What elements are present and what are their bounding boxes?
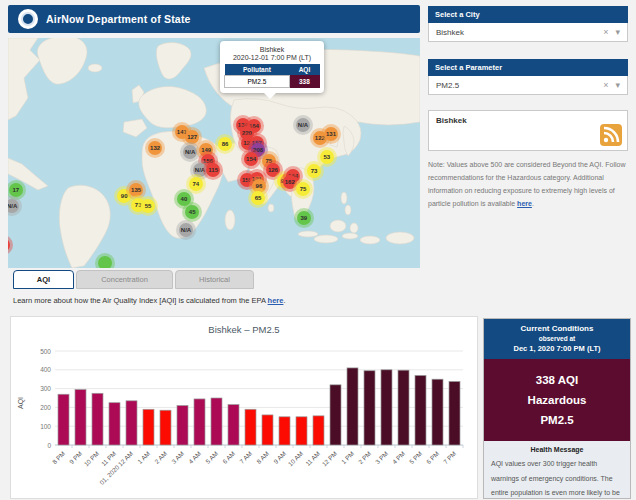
- city-clear-icon[interactable]: ×: [603, 27, 608, 37]
- y-axis-tick-label: 300: [40, 385, 51, 392]
- map-marker[interactable]: 53: [320, 150, 334, 164]
- city-caret-down-icon[interactable]: ▾: [615, 27, 620, 37]
- x-axis-tick-label: 6 AM: [221, 450, 236, 465]
- chart-bar[interactable]: [347, 368, 358, 445]
- chart-bar[interactable]: [228, 405, 239, 445]
- tab-historical[interactable]: Historical: [175, 270, 254, 289]
- map-marker[interactable]: 74: [189, 177, 203, 191]
- parameter-clear-icon[interactable]: ×: [603, 80, 608, 90]
- learn-more-period: .: [283, 296, 285, 305]
- cc-category: Hazardous: [486, 390, 628, 410]
- chart-bar[interactable]: [109, 403, 120, 445]
- chart-bar[interactable]: [143, 409, 154, 445]
- y-axis-tick-label: 0: [47, 442, 51, 449]
- feed-panel: Bishkek: [428, 110, 628, 151]
- airnow-page: AirNow Department of State: [0, 0, 636, 500]
- map-marker-na[interactable]: N/A: [193, 163, 207, 177]
- header-bar: AirNow Department of State: [8, 5, 420, 33]
- select-parameter-panel: Select a Parameter PM2.5 × ▾: [428, 59, 628, 95]
- chart-bar[interactable]: [313, 416, 324, 445]
- note-link[interactable]: here: [517, 200, 532, 207]
- chart-bar[interactable]: [126, 401, 137, 445]
- x-axis-tick-label: 9 AM: [272, 450, 287, 465]
- map-marker[interactable]: 131: [324, 127, 338, 141]
- y-axis-tick-label: 500: [40, 348, 51, 355]
- chart-bar[interactable]: [381, 370, 392, 445]
- popup-col-pollutant: Pollutant: [225, 64, 290, 76]
- x-axis-tick-label: 1 AM: [136, 450, 151, 465]
- x-axis-tick-label: 6 PM: [425, 450, 440, 465]
- cc-health-block: Health Message AQI values over 300 trigg…: [484, 441, 630, 500]
- map-marker[interactable]: 127: [185, 130, 199, 144]
- popup-table: Pollutant AQI PM2.5 338: [224, 64, 320, 88]
- tab-bar: AQI Concentration Historical: [13, 270, 254, 289]
- chart-bar[interactable]: [415, 375, 426, 445]
- popup-pointer-icon: [264, 93, 276, 105]
- cc-aqi-value: 338 AQI: [486, 370, 628, 390]
- map-marker-na[interactable]: N/A: [296, 118, 310, 132]
- map-marker[interactable]: 17: [9, 183, 23, 197]
- chart-bar[interactable]: [279, 417, 290, 445]
- current-conditions-panel: Current Conditions observed at Dec 1, 20…: [483, 318, 631, 499]
- chart-bar[interactable]: [449, 381, 460, 445]
- chart-bar[interactable]: [177, 406, 188, 445]
- city-select[interactable]: Bishkek × ▾: [428, 23, 628, 42]
- map-marker[interactable]: [98, 256, 112, 268]
- chart-bar[interactable]: [245, 409, 256, 445]
- health-message-title: Health Message: [491, 446, 623, 453]
- parameter-caret-down-icon[interactable]: ▾: [615, 80, 620, 90]
- city-select-value: Bishkek: [436, 28, 596, 37]
- map-marker-na[interactable]: N/A: [179, 223, 193, 237]
- x-axis-tick-label: 4 AM: [187, 450, 202, 465]
- chart-bar[interactable]: [330, 385, 341, 445]
- aqi-note: Note: Values above 500 are considered Be…: [428, 158, 628, 210]
- chart-bar[interactable]: [160, 410, 171, 445]
- select-city-panel: Select a City Bishkek × ▾: [428, 6, 628, 42]
- tab-concentration[interactable]: Concentration: [76, 270, 173, 289]
- chart-bar[interactable]: [432, 379, 443, 445]
- chart-bar[interactable]: [262, 415, 273, 445]
- map-marker[interactable]: 55: [141, 199, 155, 213]
- chart-bar[interactable]: [211, 398, 222, 445]
- map-marker[interactable]: 154: [244, 152, 258, 166]
- map-marker[interactable]: 75: [296, 182, 310, 196]
- x-axis-tick-label: 3 AM: [170, 450, 185, 465]
- select-parameter-header: Select a Parameter: [428, 59, 628, 76]
- map-marker[interactable]: 39: [297, 211, 311, 225]
- map-marker[interactable]: 73: [307, 164, 321, 178]
- tab-aqi[interactable]: AQI: [13, 270, 74, 289]
- app-title: AirNow Department of State: [46, 13, 191, 25]
- learn-more-text: Learn more about how the Air Quality Ind…: [13, 296, 286, 305]
- learn-more-link[interactable]: here: [268, 296, 284, 305]
- popup-city: Bishkek: [224, 46, 320, 53]
- chart-bar[interactable]: [364, 371, 375, 445]
- rss-icon[interactable]: [600, 124, 622, 146]
- map-marker[interactable]: 162: [283, 175, 297, 189]
- popup-aqi-value: 338: [289, 76, 319, 88]
- x-axis-tick-label: 8 PM: [51, 450, 66, 465]
- popup-col-aqi: AQI: [289, 64, 319, 76]
- x-axis-tick-label: 3 PM: [374, 450, 389, 465]
- chart-bar[interactable]: [398, 370, 409, 445]
- x-axis-tick-label: 12 PM: [320, 450, 338, 468]
- world-map[interactable]: 17N/A132141127901357355N/A149156N/A11574…: [8, 38, 420, 268]
- state-department-seal-icon: [18, 9, 38, 29]
- x-axis-tick-label: 11 AM: [304, 450, 321, 467]
- parameter-select[interactable]: PM2.5 × ▾: [428, 76, 628, 95]
- popup-datetime: 2020-12-01 7:00 PM (LT): [224, 54, 320, 61]
- chart-card: Bishkek – PM2.5 01002003004005008 PM9 PM…: [10, 316, 478, 499]
- x-axis-tick-label: 10 AM: [287, 450, 305, 468]
- x-axis-tick-label: 5 PM: [408, 450, 423, 465]
- chart-bar[interactable]: [92, 393, 103, 445]
- chart-bar[interactable]: [296, 417, 307, 445]
- map-marker[interactable]: 40: [177, 192, 191, 206]
- chart-bar[interactable]: [194, 399, 205, 445]
- cc-observed-datetime: Dec 1, 2020 7:00 PM (LT): [486, 344, 628, 353]
- chart-bar[interactable]: [58, 394, 69, 445]
- chart-bar[interactable]: [75, 390, 86, 445]
- map-marker[interactable]: 126: [266, 163, 280, 177]
- cc-observed-label: observed at: [486, 335, 628, 342]
- y-axis-tick-label: 200: [40, 404, 51, 411]
- x-axis-tick-label: 8 AM: [255, 450, 270, 465]
- map-marker[interactable]: 132: [148, 141, 162, 155]
